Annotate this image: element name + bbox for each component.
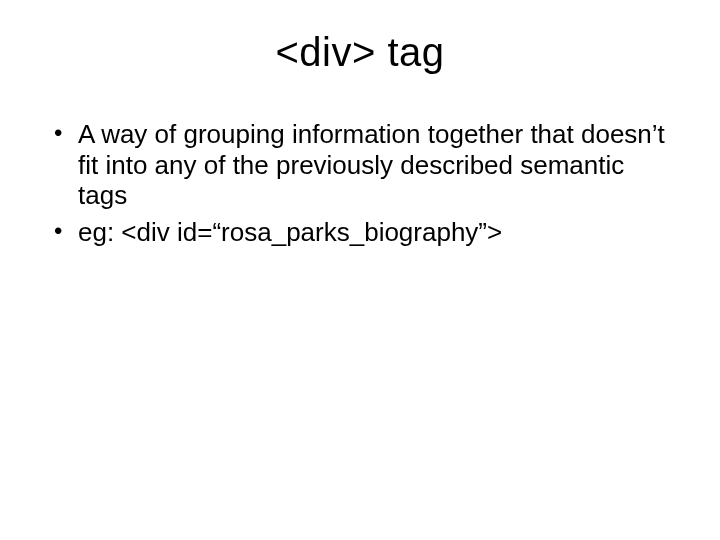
- bullet-list: A way of grouping information together t…: [48, 119, 672, 248]
- slide-title: <div> tag: [48, 30, 672, 75]
- list-item: A way of grouping information together t…: [74, 119, 672, 211]
- list-item: eg: <div id=“rosa_parks_biography”>: [74, 217, 672, 248]
